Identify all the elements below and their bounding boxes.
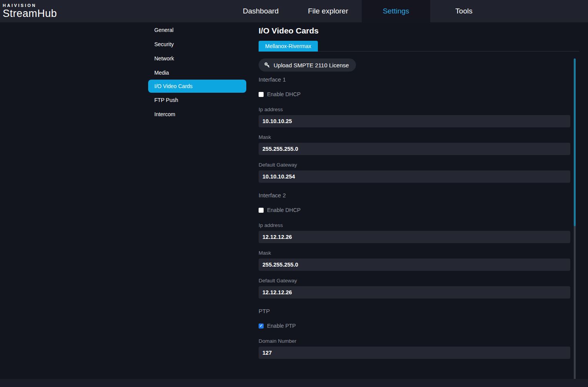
- card-tab-bar: Mellanox-Rivermax: [259, 41, 579, 52]
- sidebar-item-media[interactable]: Media: [148, 65, 246, 80]
- default-gateway-label-1: Default Gateway: [259, 162, 579, 168]
- default-gateway-input-1[interactable]: [259, 170, 570, 183]
- field-group-mask-1: Mask: [259, 134, 579, 155]
- section-heading-interface-2: Interface 2: [259, 192, 579, 199]
- domain-number-input[interactable]: [259, 347, 570, 359]
- sidebar-item-security[interactable]: Security: [148, 37, 246, 51]
- sidebar-item-network[interactable]: Network: [148, 51, 246, 65]
- sidebar-item-io-video-cards[interactable]: I/O Video Cards: [148, 80, 246, 93]
- enable-ptp-label: Enable PTP: [267, 323, 296, 329]
- settings-content: I/O Video Cards Mellanox-Rivermax Upload…: [259, 22, 579, 359]
- enable-dhcp-label-1: Enable DHCP: [267, 91, 301, 97]
- sidebar-item-intercom[interactable]: Intercom: [148, 107, 246, 121]
- field-group-domain-number: Domain Number: [259, 338, 579, 359]
- header-bar: HAIVISION StreamHub Dashboard File explo…: [0, 0, 588, 22]
- enable-dhcp-checkbox-2[interactable]: [259, 208, 264, 213]
- nav-tab-tools[interactable]: Tools: [430, 0, 498, 22]
- page-title: I/O Video Cards: [259, 26, 579, 35]
- app-logo: HAIVISION StreamHub: [3, 3, 57, 20]
- nav-tab-settings[interactable]: Settings: [362, 0, 430, 22]
- main-nav: Dashboard File explorer Settings Tools: [227, 0, 498, 22]
- nav-tab-dashboard[interactable]: Dashboard: [227, 0, 294, 22]
- domain-number-label: Domain Number: [259, 338, 579, 344]
- section-heading-interface-1: Interface 1: [259, 76, 579, 83]
- ip-address-label-2: Ip address: [259, 222, 579, 228]
- nav-tab-file-explorer[interactable]: File explorer: [294, 0, 362, 22]
- ip-address-input-2[interactable]: [259, 231, 570, 243]
- upload-license-label: Upload SMPTE 2110 License: [274, 62, 349, 68]
- enable-dhcp-row-1: Enable DHCP: [259, 91, 579, 97]
- mask-label-1: Mask: [259, 134, 579, 140]
- key-icon: [264, 62, 270, 68]
- ip-address-input-1[interactable]: [259, 115, 570, 127]
- ip-address-label-1: Ip address: [259, 107, 579, 112]
- enable-ptp-row: Enable PTP: [259, 323, 579, 329]
- sidebar-item-general[interactable]: General: [148, 23, 246, 37]
- field-group-mask-2: Mask: [259, 250, 579, 271]
- settings-sidebar: General Security Network Media I/O Video…: [148, 23, 246, 121]
- section-heading-ptp: PTP: [259, 308, 579, 314]
- field-group-ip-1: Ip address: [259, 107, 579, 127]
- mask-input-1[interactable]: [259, 143, 570, 155]
- mask-input-2[interactable]: [259, 259, 570, 271]
- default-gateway-label-2: Default Gateway: [259, 278, 579, 284]
- field-group-gateway-2: Default Gateway: [259, 278, 579, 299]
- logo-company-name: HAIVISION: [3, 3, 57, 8]
- upload-license-button[interactable]: Upload SMPTE 2110 License: [259, 58, 356, 72]
- scrollbar-track[interactable]: [574, 58, 576, 382]
- footer-strip: [0, 379, 588, 387]
- mask-label-2: Mask: [259, 250, 579, 256]
- default-gateway-input-2[interactable]: [259, 286, 570, 299]
- field-group-gateway-1: Default Gateway: [259, 162, 579, 183]
- enable-dhcp-checkbox-1[interactable]: [259, 92, 264, 97]
- enable-ptp-checkbox[interactable]: [259, 324, 264, 329]
- tab-mellanox-rivermax[interactable]: Mellanox-Rivermax: [259, 41, 318, 52]
- enable-dhcp-row-2: Enable DHCP: [259, 207, 579, 213]
- scrollbar-thumb[interactable]: [574, 58, 576, 226]
- field-group-ip-2: Ip address: [259, 222, 579, 243]
- sidebar-item-ftp-push[interactable]: FTP Push: [148, 93, 246, 107]
- logo-product-name: StreamHub: [3, 8, 57, 20]
- enable-dhcp-label-2: Enable DHCP: [267, 207, 301, 213]
